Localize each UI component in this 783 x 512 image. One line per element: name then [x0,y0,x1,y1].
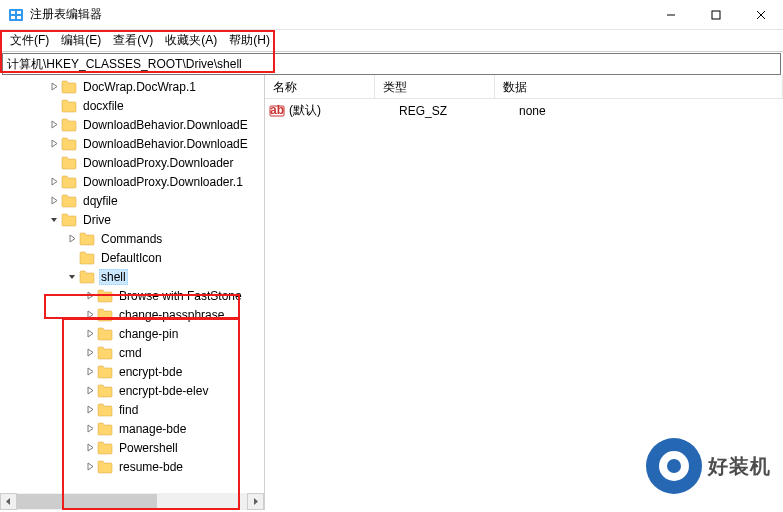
column-name[interactable]: 名称 [265,75,375,98]
value-data: none [511,104,783,118]
tree-item[interactable]: Powershell [0,438,264,457]
folder-icon [97,384,113,398]
svg-marker-19 [88,330,93,337]
scroll-track[interactable] [17,493,247,510]
tree-item[interactable]: DownloadProxy.Downloader [0,153,264,172]
menu-help[interactable]: 帮助(H) [223,30,276,51]
tree-item[interactable]: docxfile [0,96,264,115]
svg-marker-17 [88,292,93,299]
svg-marker-13 [52,197,57,204]
chevron-right-icon[interactable] [84,366,96,378]
address-text: 计算机\HKEY_CLASSES_ROOT\Drive\shell [7,56,242,73]
horizontal-scrollbar[interactable] [0,493,264,510]
chevron-right-icon[interactable] [84,423,96,435]
chevron-right-icon[interactable] [84,404,96,416]
column-data[interactable]: 数据 [495,75,783,98]
folder-icon [61,194,77,208]
folder-icon [97,422,113,436]
svg-marker-14 [51,218,57,222]
chevron-right-icon[interactable] [48,195,60,207]
menu-edit[interactable]: 编辑(E) [55,30,107,51]
tree-item[interactable]: DefaultIcon [0,248,264,267]
chevron-right-icon[interactable] [84,309,96,321]
chevron-right-icon[interactable] [84,347,96,359]
tree-item-label: Drive [81,213,113,227]
tree-item-label: manage-bde [117,422,188,436]
tree-item[interactable]: Drive [0,210,264,229]
address-bar[interactable]: 计算机\HKEY_CLASSES_ROOT\Drive\shell [2,53,781,75]
watermark-text: 好装机 [708,453,771,480]
chevron-right-icon[interactable] [84,461,96,473]
tree-item[interactable]: manage-bde [0,419,264,438]
folder-icon [97,460,113,474]
tree-item[interactable]: cmd [0,343,264,362]
tree-item[interactable]: Commands [0,229,264,248]
tree-item-label: docxfile [81,99,126,113]
svg-rect-3 [11,16,15,19]
tree-item[interactable]: change-pin [0,324,264,343]
tree-item-label: DownloadProxy.Downloader.1 [81,175,245,189]
svg-marker-16 [69,275,75,279]
chevron-right-icon[interactable] [48,81,60,93]
tree-item[interactable]: encrypt-bde [0,362,264,381]
tree-item[interactable]: dqyfile [0,191,264,210]
scroll-thumb[interactable] [17,494,157,509]
expander-none [66,252,78,264]
chevron-right-icon[interactable] [48,176,60,188]
tree-item[interactable]: find [0,400,264,419]
menu-favorites[interactable]: 收藏夹(A) [159,30,223,51]
scroll-right-button[interactable] [247,493,264,510]
list-row[interactable]: ab (默认) REG_SZ none [265,101,783,120]
chevron-right-icon[interactable] [84,328,96,340]
tree-item-label: cmd [117,346,144,360]
watermark: 好装机 [646,438,771,494]
chevron-right-icon[interactable] [84,442,96,454]
window-title: 注册表编辑器 [30,6,648,23]
svg-marker-9 [52,83,57,90]
tree-item[interactable]: DownloadBehavior.DownloadE [0,115,264,134]
folder-icon [61,175,77,189]
svg-marker-26 [88,463,93,470]
chevron-down-icon[interactable] [66,271,78,283]
tree-item[interactable]: resume-bde [0,457,264,476]
tree-item-label: find [117,403,140,417]
tree-item-label: Powershell [117,441,180,455]
menu-file[interactable]: 文件(F) [4,30,55,51]
folder-icon [97,308,113,322]
menubar: 文件(F) 编辑(E) 查看(V) 收藏夹(A) 帮助(H) [0,30,783,52]
minimize-button[interactable] [648,0,693,30]
folder-icon [97,327,113,341]
tree-item-label: DownloadBehavior.DownloadE [81,118,250,132]
close-button[interactable] [738,0,783,30]
tree-item[interactable]: change-passphrase [0,305,264,324]
folder-icon [97,441,113,455]
maximize-button[interactable] [693,0,738,30]
scroll-left-button[interactable] [0,493,17,510]
chevron-down-icon[interactable] [48,214,60,226]
column-type[interactable]: 类型 [375,75,495,98]
svg-marker-27 [6,498,10,505]
folder-icon [79,270,95,284]
chevron-right-icon[interactable] [66,233,78,245]
chevron-right-icon[interactable] [84,385,96,397]
tree[interactable]: DocWrap.DocWrap.1docxfileDownloadBehavio… [0,75,264,476]
tree-item[interactable]: encrypt-bde-elev [0,381,264,400]
folder-icon [97,403,113,417]
tree-item[interactable]: shell [0,267,264,286]
folder-icon [61,80,77,94]
svg-rect-4 [17,16,21,19]
tree-item[interactable]: Browse with FastStone [0,286,264,305]
tree-item[interactable]: DownloadBehavior.DownloadE [0,134,264,153]
menu-view[interactable]: 查看(V) [107,30,159,51]
folder-icon [61,213,77,227]
svg-marker-12 [52,178,57,185]
chevron-right-icon[interactable] [48,119,60,131]
chevron-right-icon[interactable] [84,290,96,302]
folder-icon [79,232,95,246]
chevron-right-icon[interactable] [48,138,60,150]
svg-marker-23 [88,406,93,413]
tree-item-label: encrypt-bde [117,365,184,379]
tree-item-label: shell [99,269,128,285]
tree-item[interactable]: DocWrap.DocWrap.1 [0,77,264,96]
tree-item[interactable]: DownloadProxy.Downloader.1 [0,172,264,191]
